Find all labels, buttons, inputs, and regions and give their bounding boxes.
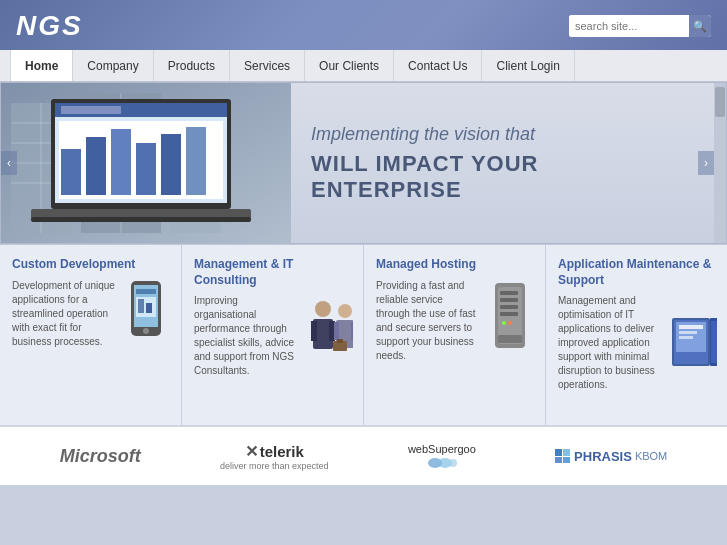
svg-point-53	[508, 321, 512, 325]
service-title-maintenance: Application Maintenance & Support	[558, 257, 717, 288]
svg-rect-21	[61, 149, 81, 195]
navigation: Home Company Products Services Our Clien…	[0, 50, 727, 82]
svg-point-65	[449, 459, 457, 467]
partners-row: Microsoft ✕ telerik deliver more than ex…	[0, 425, 727, 485]
laptop-illustration	[31, 99, 251, 233]
phrasis-sub-text: KBOM	[635, 450, 667, 462]
svg-rect-51	[500, 312, 518, 316]
nav-client-login[interactable]: Client Login	[482, 50, 574, 81]
svg-point-40	[338, 304, 352, 318]
svg-rect-23	[111, 129, 131, 195]
hero-subtitle: Implementing the vision that	[311, 124, 535, 145]
telerik-tagline: deliver more than expected	[220, 461, 329, 471]
nav-products[interactable]: Products	[154, 50, 230, 81]
service-title-custom-dev: Custom Development	[12, 257, 171, 273]
svg-point-52	[502, 321, 506, 325]
search-button[interactable]: 🔍	[689, 15, 711, 37]
service-body-custom-dev: Development of unique applications for a…	[12, 279, 171, 349]
hero-scrollbar[interactable]	[714, 83, 726, 243]
service-body-maintenance: Management and optimisation of IT applic…	[558, 294, 717, 392]
service-text-hosting: Providing a fast and reliable service th…	[376, 279, 479, 363]
svg-rect-69	[563, 457, 570, 463]
telerik-logo-text: telerik	[260, 443, 304, 460]
hero-text: Implementing the vision that WILL IMPACT…	[291, 104, 714, 223]
svg-rect-38	[311, 321, 317, 341]
svg-rect-43	[351, 322, 353, 340]
svg-rect-62	[711, 321, 717, 363]
nav-company[interactable]: Company	[73, 50, 153, 81]
server-icon	[485, 279, 535, 363]
svg-rect-34	[138, 299, 144, 313]
service-body-consulting: Improving organisational performance thr…	[194, 294, 353, 378]
telerik-logo-wrap: ✕ telerik	[245, 442, 304, 461]
svg-rect-28	[31, 217, 251, 222]
people-icon	[303, 294, 353, 378]
svg-rect-59	[679, 331, 697, 334]
svg-rect-26	[186, 127, 206, 195]
nav-services[interactable]: Services	[230, 50, 305, 81]
svg-rect-25	[161, 134, 181, 195]
search-input[interactable]	[569, 15, 689, 37]
svg-rect-58	[679, 325, 703, 329]
people-svg	[303, 299, 353, 374]
phrasis-logo-wrap: PHRASIS KBOM	[555, 449, 667, 464]
search-box: 🔍	[569, 15, 711, 37]
service-card-maintenance: Application Maintenance & Support Manage…	[546, 245, 727, 425]
logo: NGS	[16, 10, 83, 42]
phrasis-logo-text: PHRASIS	[574, 449, 632, 464]
svg-point-31	[143, 328, 149, 334]
phone-icon	[121, 279, 171, 349]
svg-rect-60	[679, 336, 693, 339]
websupergoo-logo-text: webSupergoo	[408, 443, 476, 455]
scrollbar-thumb	[715, 87, 725, 117]
svg-rect-45	[337, 339, 343, 343]
svg-point-36	[315, 301, 331, 317]
service-card-consulting: Management & IT Consulting Improving org…	[182, 245, 364, 425]
service-body-hosting: Providing a fast and reliable service th…	[376, 279, 535, 363]
laptop-svg	[31, 99, 251, 229]
hero-prev-arrow[interactable]: ‹	[1, 151, 17, 175]
websupergoo-svg	[427, 457, 457, 469]
hero-next-arrow[interactable]: ›	[698, 151, 714, 175]
svg-rect-22	[86, 137, 106, 195]
svg-rect-48	[500, 291, 518, 295]
svg-rect-49	[500, 298, 518, 302]
service-text-maintenance: Management and optimisation of IT applic…	[558, 294, 661, 392]
phrasis-icon	[555, 449, 571, 463]
service-card-hosting: Managed Hosting Providing a fast and rel…	[364, 245, 546, 425]
svg-rect-54	[498, 335, 522, 343]
service-text-consulting: Improving organisational performance thr…	[194, 294, 297, 378]
server-svg	[490, 283, 530, 358]
service-text-custom-dev: Development of unique applications for a…	[12, 279, 115, 349]
nav-our-clients[interactable]: Our Clients	[305, 50, 394, 81]
phone-svg	[126, 281, 166, 346]
telerik-x-icon: ✕	[245, 442, 258, 461]
microsoft-logo-text: Microsoft	[60, 446, 141, 467]
svg-rect-35	[146, 303, 152, 313]
websupergoo-icons	[427, 457, 457, 469]
box-icon	[667, 294, 717, 392]
service-card-custom-dev: Custom Development Development of unique…	[0, 245, 182, 425]
box-svg	[667, 313, 717, 373]
service-title-consulting: Management & IT Consulting	[194, 257, 353, 288]
services-row: Custom Development Development of unique…	[0, 244, 727, 425]
svg-rect-67	[563, 449, 570, 456]
hero-banner: ‹	[0, 82, 727, 244]
partner-microsoft: Microsoft	[60, 446, 141, 467]
partner-websupergoo: webSupergoo	[408, 443, 476, 469]
svg-rect-42	[334, 322, 339, 340]
svg-rect-32	[136, 289, 156, 294]
hero-title: WILL IMPACT YOUR ENTERPRISE	[311, 151, 684, 203]
partner-telerik: ✕ telerik deliver more than expected	[220, 442, 329, 471]
header: NGS 🔍	[0, 0, 727, 50]
svg-rect-66	[555, 449, 562, 456]
svg-rect-50	[500, 305, 518, 309]
hero-image	[1, 83, 291, 243]
nav-contact-us[interactable]: Contact Us	[394, 50, 482, 81]
nav-home[interactable]: Home	[10, 50, 73, 81]
svg-rect-19	[61, 106, 121, 114]
svg-rect-24	[136, 143, 156, 195]
svg-rect-68	[555, 457, 562, 463]
service-title-hosting: Managed Hosting	[376, 257, 535, 273]
partner-phrasis: PHRASIS KBOM	[555, 449, 667, 464]
